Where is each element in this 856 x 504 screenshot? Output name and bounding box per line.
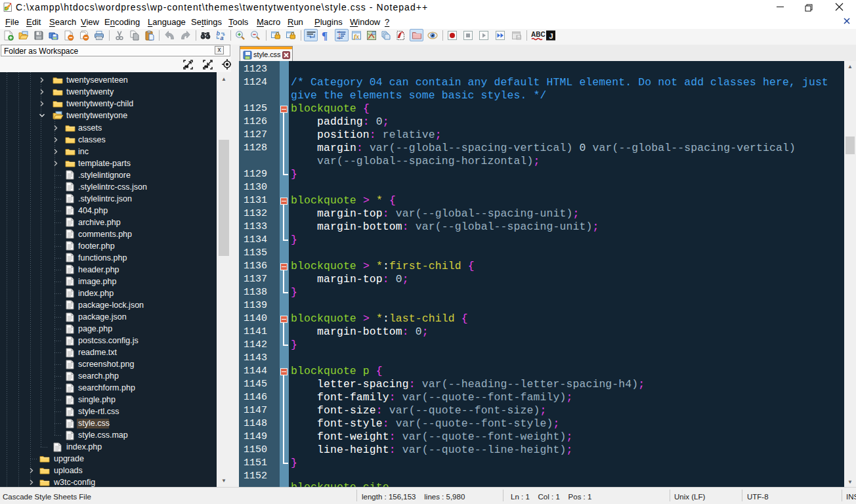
- svg-text:ABC: ABC: [531, 31, 546, 38]
- svg-text:J: J: [549, 32, 553, 40]
- svg-text:fx: fx: [354, 33, 359, 40]
- svg-text:a: a: [220, 35, 223, 41]
- svg-text:¶: ¶: [322, 30, 328, 41]
